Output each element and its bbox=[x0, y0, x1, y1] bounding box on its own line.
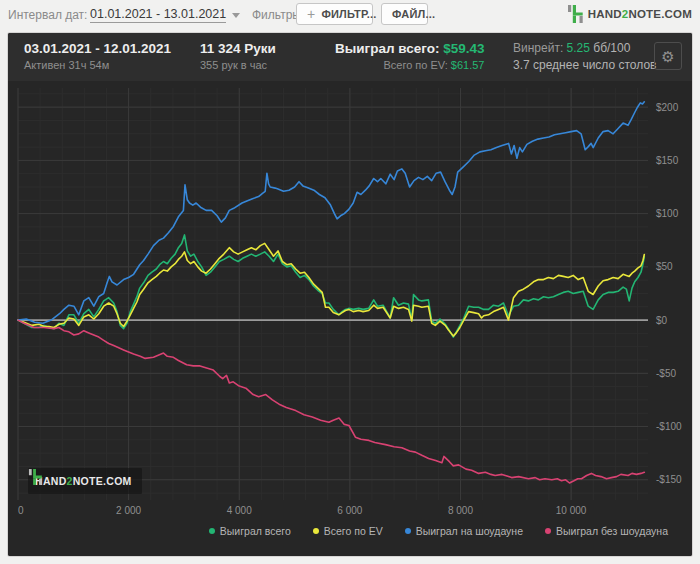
won-total-value: $59.43 bbox=[443, 41, 484, 56]
legend-label: Выиграл всего bbox=[220, 525, 291, 537]
stat-winrate-block: Винрейт: 5.25 бб/100 3.7 среднее число с… bbox=[513, 40, 656, 73]
legend-label: Выиграл без шоудауна bbox=[556, 525, 668, 537]
legend-dot-icon bbox=[545, 528, 551, 534]
y-axis-tick-label: -$100 bbox=[656, 421, 682, 432]
chart-legend: Выиграл всегоВсего по EVВыиграл на шоуда… bbox=[8, 525, 668, 537]
y-axis-tick-label: $50 bbox=[656, 261, 673, 272]
won-total: Выиграл всего: $59.43 bbox=[335, 40, 485, 58]
avg-tables: 3.7 среднее число столов bbox=[513, 57, 656, 73]
x-axis-tick-label: 0 bbox=[18, 505, 24, 516]
hand2note-logo-text: HAND2NOTE.COM bbox=[588, 8, 692, 20]
stat-date-range-block: 03.01.2021 - 12.01.2021 Активен 31ч 54м bbox=[24, 40, 171, 72]
watermark-logo-icon bbox=[28, 468, 43, 486]
watermark-text: HAND2NOTE.COM bbox=[35, 475, 132, 487]
legend-dot-icon bbox=[405, 528, 411, 534]
series-line-Выиграл без шоудауна bbox=[18, 320, 644, 483]
chevron-down-icon[interactable] bbox=[232, 13, 240, 18]
stats-header: 03.01.2021 - 12.01.2021 Активен 31ч 54м … bbox=[8, 33, 692, 81]
winrate: Винрейт: 5.25 бб/100 bbox=[513, 40, 656, 57]
hand2note-logo-icon bbox=[567, 4, 584, 24]
series-line-Выиграл всего bbox=[18, 235, 644, 337]
x-axis-tick-label: 10 000 bbox=[556, 505, 587, 516]
x-axis-tick-label: 2 000 bbox=[116, 505, 141, 516]
interval-label: Интервал дат: bbox=[8, 8, 87, 22]
add-filter-button-label: ФИЛЬТР... bbox=[321, 8, 376, 20]
session-panel: 03.01.2021 - 12.01.2021 Активен 31ч 54м … bbox=[8, 33, 692, 556]
y-axis-tick-label: $200 bbox=[656, 102, 679, 113]
x-axis-tick-label: 6 000 bbox=[337, 505, 362, 516]
legend-dot-icon bbox=[313, 528, 319, 534]
y-axis-tick-label: $100 bbox=[656, 208, 679, 219]
file-button-label: ФАЙЛ... bbox=[392, 8, 435, 20]
file-button[interactable]: ФАЙЛ... bbox=[381, 3, 428, 25]
stat-won-block: Выиграл всего: $59.43 Всего по EV: $61.5… bbox=[335, 40, 485, 72]
y-axis-tick-label: $0 bbox=[656, 315, 668, 326]
legend-item[interactable]: Выиграл на шоудауне bbox=[405, 525, 523, 537]
hands-count: 11 324 Руки bbox=[200, 40, 276, 58]
legend-item[interactable]: Выиграл без шоудауна bbox=[545, 525, 668, 537]
winrate-value: 5.25 bbox=[567, 41, 590, 55]
legend-label: Выиграл на шоудауне bbox=[416, 525, 523, 537]
x-axis-tick-label: 4 000 bbox=[227, 505, 252, 516]
series-line-Выиграл на шоудауне bbox=[18, 102, 644, 323]
results-chart: 02 0004 0006 0008 00010 000$200$150$100$… bbox=[8, 81, 692, 556]
add-filter-button[interactable]: + ФИЛЬТР... bbox=[296, 3, 373, 25]
y-axis-tick-label: $150 bbox=[656, 155, 679, 166]
gear-icon: ⚙ bbox=[661, 49, 674, 64]
date-interval-selector[interactable]: 01.01.2021 - 13.01.2021 bbox=[90, 7, 226, 23]
stat-hands-block: 11 324 Руки 355 рук в час bbox=[200, 40, 276, 72]
top-toolbar: Интервал дат: 01.01.2021 - 13.01.2021 Фи… bbox=[0, 0, 700, 30]
legend-item[interactable]: Всего по EV bbox=[313, 525, 383, 537]
legend-label: Всего по EV bbox=[324, 525, 383, 537]
hand2note-logo: HAND2NOTE.COM bbox=[567, 4, 692, 24]
legend-dot-icon bbox=[209, 528, 215, 534]
legend-item[interactable]: Выиграл всего bbox=[209, 525, 291, 537]
active-time: Активен 31ч 54м bbox=[24, 58, 171, 72]
series-line-Всего по EV bbox=[18, 243, 644, 336]
x-axis-tick-label: 8 000 bbox=[448, 505, 473, 516]
plus-icon: + bbox=[307, 6, 315, 22]
chart-watermark: HAND2NOTE.COM bbox=[28, 468, 142, 494]
date-range: 03.01.2021 - 12.01.2021 bbox=[24, 40, 171, 58]
ev-total: Всего по EV: $61.57 bbox=[335, 58, 485, 72]
y-axis-tick-label: -$150 bbox=[656, 474, 682, 485]
y-axis-tick-label: -$50 bbox=[656, 368, 676, 379]
hands-per-hour: 355 рук в час bbox=[200, 58, 276, 72]
settings-button[interactable]: ⚙ bbox=[654, 42, 682, 70]
ev-total-value: $61.57 bbox=[451, 59, 485, 71]
